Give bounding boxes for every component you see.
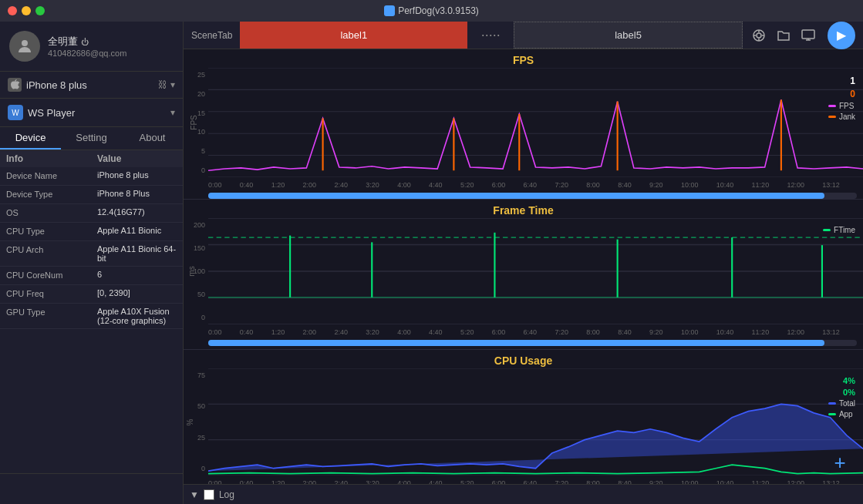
content-area: SceneTab label1 ····· label5 [184,22,863,504]
username: 全明董 [48,35,78,49]
fps-legend: 1 0 FPS Jank [828,76,855,121]
fps-chart-title: FPS [184,49,863,68]
frame-time-canvas: FTime [208,218,863,324]
cpu-y-label: % [186,418,194,425]
minimize-button[interactable] [22,6,31,15]
app-app-icon: W [8,105,23,120]
app-dropdown-icon[interactable]: ▾ [170,107,175,118]
scene-tab-label: SceneTab [184,30,240,41]
table-row: CPU Freq [0, 2390] [0,285,183,304]
sidebar-tabs: Device Setting About [0,127,183,150]
cpu-x-axis: 0:000:401:202:002:403:204:004:405:206:00… [184,475,863,484]
svg-point-0 [22,40,28,46]
ft-y-label: ms [187,266,196,276]
scene-tab-5[interactable]: label5 [514,22,743,49]
avatar [9,31,40,62]
tab-setting[interactable]: Setting [61,127,122,150]
ft-x-axis: 0:000:401:202:002:403:204:004:405:206:00… [184,324,863,340]
table-row: Device Type iPhone 8 Plus [0,186,183,204]
titlebar: PerfDog(v3.0.9153) [0,0,863,22]
col-value: Value [97,153,177,164]
scene-tab-1[interactable]: label1 [240,22,467,49]
scene-toolbar-right: ▶ [743,22,863,49]
app-section: W WS Player ▾ [0,99,183,127]
ft-scrollbar-thumb[interactable] [208,340,824,346]
scene-tabbar: SceneTab label1 ····· label5 [184,22,863,49]
col-info: Info [6,153,97,164]
user-info: 全明董 ⏻ 410482686@qq.com [48,35,126,58]
fps-x-axis: 0:000:401:202:002:403:204:004:405:206:00… [184,177,863,193]
folder-icon[interactable] [775,27,792,44]
fps-chart: FPS FPS 25 20 15 10 5 0 [184,49,863,200]
log-expand-icon[interactable]: ▼ [190,489,199,500]
fps-scrollbar-thumb[interactable] [208,193,824,199]
apple-icon [8,78,22,92]
scene-tab-divider: ····· [467,27,514,43]
play-button[interactable]: ▶ [828,22,855,49]
device-dropdown-icon[interactable]: ▾ [170,79,175,90]
device-actions: ⛓ ▾ [158,79,175,90]
sidebar-footer [0,473,183,504]
ft-scrollbar[interactable] [208,340,857,346]
maximize-button[interactable] [35,6,45,15]
user-email: 410482686@qq.com [48,49,126,58]
tab-about[interactable]: About [122,127,183,150]
cpu-legend: 4% 0% Total App [828,376,855,418]
cpu-chart: CPU Usage % 75 50 25 0 [184,350,863,484]
table-row: CPU Type Apple A11 Bionic [0,223,183,241]
table-row: CPU Arch Apple A11 Bionic 64-bit [0,241,183,267]
svg-rect-7 [802,30,814,39]
app-name: WS Player [28,107,75,119]
charts-container: FPS FPS 25 20 15 10 5 0 [184,49,863,484]
monitor-icon[interactable] [800,27,817,44]
fps-scrollbar[interactable] [208,193,857,199]
info-table-header: Info Value [0,150,183,167]
ft-legend: FTime [823,226,855,234]
power-icon[interactable]: ⏻ [81,38,89,46]
app-icon [384,5,395,16]
tab-device[interactable]: Device [0,127,61,150]
sidebar: 全明董 ⏻ 410482686@qq.com iPhone 8 plus ⛓ ▾ [0,22,184,504]
app-title: PerfDog(v3.0.9153) [384,5,479,16]
device-selector[interactable]: iPhone 8 plus [8,78,158,92]
table-row: Device Name iPhone 8 plus [0,167,183,186]
table-row: GPU Type Apple A10X Fusion (12-core grap… [0,304,183,329]
device-name: iPhone 8 plus [26,79,87,91]
log-checkbox[interactable] [204,489,214,500]
log-label: Log [219,489,234,500]
cpu-canvas: 4% 0% Total App [208,368,863,475]
add-chart-button[interactable]: + [828,450,852,475]
cpu-chart-title: CPU Usage [184,350,863,368]
log-bar: ▼ Log [184,484,863,504]
app-selector[interactable]: W WS Player [8,105,170,120]
target-icon[interactable] [750,27,767,44]
info-table: Info Value Device Name iPhone 8 plus Dev… [0,150,183,473]
close-button[interactable] [8,6,17,15]
svg-point-2 [757,33,761,38]
table-row: CPU CoreNum 6 [0,267,183,285]
frame-time-chart-title: Frame Time [184,200,863,218]
main-layout: 全明董 ⏻ 410482686@qq.com iPhone 8 plus ⛓ ▾ [0,22,863,504]
fps-y-label: FPS [190,115,198,129]
frame-time-chart: Frame Time ms 200 150 100 50 0 [184,200,863,350]
device-section: iPhone 8 plus ⛓ ▾ [0,72,183,99]
window-controls[interactable] [8,6,45,15]
link-icon[interactable]: ⛓ [158,79,167,90]
user-section: 全明董 ⏻ 410482686@qq.com [0,22,183,72]
table-row: OS 12.4(16G77) [0,204,183,223]
fps-canvas: 1 0 FPS Jank [208,68,863,177]
